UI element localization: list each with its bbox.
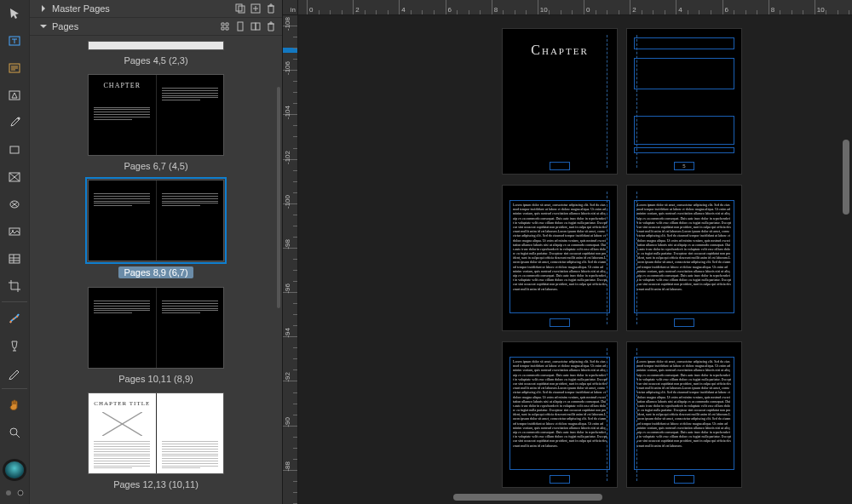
svg-rect-4 <box>10 146 19 153</box>
color-swatch[interactable] <box>5 461 24 478</box>
page-number-frame[interactable] <box>550 162 570 170</box>
svg-point-12 <box>18 490 23 495</box>
svg-rect-9 <box>9 255 20 263</box>
svg-rect-16 <box>238 22 243 31</box>
ellipse-tool[interactable] <box>5 196 24 213</box>
text-frame[interactable] <box>634 147 734 153</box>
body-text: Lorem ipsum dolor sit amet, consectetur … <box>635 358 734 450</box>
page-thumbnail-label: Pages 8,9 (6,7) <box>118 266 193 278</box>
master-pages-header[interactable]: Master Pages <box>30 0 282 18</box>
zoom-tool[interactable] <box>5 424 24 441</box>
art-text-tool[interactable] <box>5 87 24 104</box>
text-frame[interactable]: Lorem ipsum dolor sit amet, consectetur … <box>634 357 734 470</box>
arrange-pages-icon[interactable] <box>217 19 233 34</box>
pages-list[interactable]: Pages 4,5 (2,3)CHAPTERPages 6,7 (4,5)Pag… <box>30 36 282 504</box>
page-number-frame[interactable] <box>674 318 694 327</box>
page-thumbnail-label: Pages 12,13 (10,11) <box>113 479 199 490</box>
svg-rect-18 <box>256 23 260 30</box>
pages-panel: Master Pages Pages Pages 4,5 (2,3)CHAPTE… <box>30 0 283 504</box>
color-swap-icon[interactable] <box>5 489 24 497</box>
svg-rect-17 <box>251 23 256 30</box>
text-frame[interactable]: Lorem ipsum dolor sit amet, consectetur … <box>509 200 610 313</box>
body-text: Lorem ipsum dolor sit amet, consectetur … <box>510 358 609 450</box>
text-frame[interactable]: Lorem ipsum dolor sit amet, consectetur … <box>509 357 610 470</box>
horizontal-scrollbar[interactable] <box>453 494 826 501</box>
body-text: Lorem ipsum dolor sit amet, consectetur … <box>510 201 609 293</box>
text-frame[interactable] <box>634 37 734 49</box>
rectangle-tool[interactable] <box>5 141 24 158</box>
page-thumbnail-label: Pages 4,5 (2,3) <box>124 55 187 66</box>
tool-rail <box>0 0 30 504</box>
svg-point-10 <box>10 428 17 435</box>
chevron-right-icon <box>38 5 49 12</box>
eyedropper-tool[interactable] <box>5 114 24 131</box>
page-number-frame[interactable]: 5 <box>674 162 694 170</box>
panel-scrollbar[interactable] <box>277 87 280 308</box>
page-number-frame[interactable] <box>550 475 570 484</box>
crop-tool[interactable] <box>5 278 24 295</box>
canvas-page[interactable]: Lorem ipsum dolor sit amet, consectetur … <box>503 342 617 487</box>
chapter-title: Chapter <box>503 43 617 58</box>
single-page-icon[interactable] <box>233 19 248 34</box>
pages-header[interactable]: Pages <box>30 18 282 36</box>
page-thumbnail-label: Pages 6,7 (4,5) <box>124 161 187 171</box>
table-tool[interactable] <box>5 250 24 267</box>
brush-tool[interactable] <box>5 337 24 354</box>
place-image-tool[interactable] <box>5 223 24 240</box>
move-tool[interactable] <box>5 5 24 22</box>
text-tool[interactable] <box>5 32 24 49</box>
svg-point-11 <box>6 490 11 495</box>
page-number-frame[interactable] <box>550 318 570 327</box>
page-thumbnail-label: Pages 10,11 (8,9) <box>118 374 193 384</box>
canvas-page[interactable]: Lorem ipsum dolor sit amet, consectetur … <box>627 186 741 330</box>
chevron-down-icon <box>38 23 49 30</box>
vertical-ruler[interactable]: -108-106-104-102-100-98-96-94-92-90-88 <box>283 15 298 504</box>
page-thumbnail[interactable]: Pages 8,9 (6,7) <box>88 180 224 278</box>
page-thumbnail[interactable]: CHAPTERPages 6,7 (4,5) <box>88 74 224 171</box>
pages-label: Pages <box>52 21 78 32</box>
spread-page-icon[interactable] <box>248 19 263 34</box>
duplicate-master-icon[interactable] <box>233 1 248 16</box>
horizontal-ruler[interactable]: 02468100246810 <box>298 0 852 15</box>
hand-tool[interactable] <box>5 397 24 414</box>
fx-paintbrush-tool[interactable] <box>5 310 24 327</box>
svg-point-3 <box>17 117 20 119</box>
picture-frame-tool[interactable] <box>5 169 24 186</box>
text-frame[interactable] <box>634 58 734 89</box>
body-text: Lorem ipsum dolor sit amet, consectetur … <box>635 201 734 293</box>
canvas[interactable]: in 02468100246810 -108-106-104-102-100-9… <box>283 0 852 504</box>
page-thumbnail[interactable]: CHAPTER TITLEPages 12,13 (10,11) <box>88 392 224 490</box>
ruler-unit[interactable]: in <box>283 0 298 15</box>
delete-master-icon[interactable] <box>263 1 279 16</box>
page-number-frame[interactable] <box>674 475 694 484</box>
master-pages-label: Master Pages <box>52 3 110 14</box>
canvas-page[interactable]: 5 <box>627 29 741 174</box>
viewport[interactable]: Chapter5Lorem ipsum dolor sit amet, cons… <box>298 15 852 492</box>
canvas-page[interactable]: Lorem ipsum dolor sit amet, consectetur … <box>503 186 617 330</box>
page-thumbnail[interactable]: Pages 10,11 (8,9) <box>88 287 224 384</box>
add-master-icon[interactable] <box>248 1 263 16</box>
text-frame[interactable] <box>634 116 734 145</box>
frame-text-tool[interactable] <box>5 60 24 77</box>
canvas-page[interactable]: Lorem ipsum dolor sit amet, consectetur … <box>627 342 741 487</box>
text-frame[interactable]: Lorem ipsum dolor sit amet, consectetur … <box>634 200 734 313</box>
vertical-scrollbar[interactable] <box>843 102 849 289</box>
canvas-page[interactable]: Chapter <box>503 29 617 174</box>
delete-page-icon[interactable] <box>263 19 279 34</box>
page-thumbnail[interactable]: Pages 4,5 (2,3) <box>88 41 224 66</box>
pencil-tool[interactable] <box>5 364 24 381</box>
